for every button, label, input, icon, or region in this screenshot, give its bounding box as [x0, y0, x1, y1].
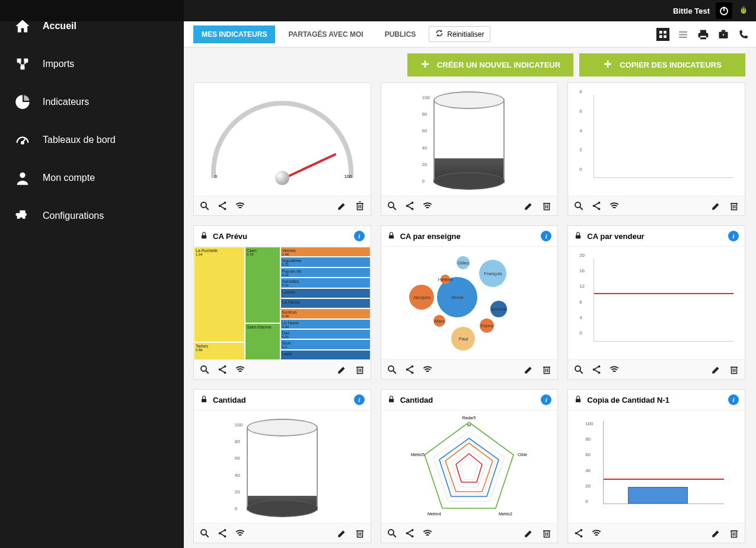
- info-icon[interactable]: i: [354, 231, 365, 241]
- svg-point-100: [201, 530, 206, 535]
- svg-line-12: [23, 63, 26, 66]
- svg-rect-59: [731, 203, 736, 210]
- trash-icon[interactable]: [728, 527, 740, 539]
- svg-line-58: [595, 206, 598, 209]
- edit-icon[interactable]: [710, 527, 722, 539]
- reset-button[interactable]: Réinitialiser: [429, 26, 490, 42]
- svg-rect-36: [357, 203, 362, 210]
- svg-rect-144: [731, 531, 736, 537]
- trash-icon[interactable]: [541, 200, 553, 212]
- svg-point-5: [744, 8, 745, 9]
- edit-icon[interactable]: [523, 364, 535, 375]
- svg-text:Cible: Cible: [518, 453, 527, 457]
- trash-icon[interactable]: [541, 364, 553, 375]
- svg-line-142: [577, 531, 580, 533]
- zoom-icon[interactable]: [386, 364, 398, 375]
- zoom-icon[interactable]: [386, 200, 398, 212]
- print-icon[interactable]: [697, 28, 710, 41]
- lock-icon: [200, 395, 208, 405]
- power-button[interactable]: [716, 2, 732, 19]
- share-icon[interactable]: [591, 364, 602, 375]
- svg-text:54: 54: [467, 423, 471, 427]
- svg-rect-71: [357, 367, 362, 374]
- tab-mes-indicateurs[interactable]: MES INDICATEURS: [193, 26, 275, 43]
- info-icon[interactable]: i: [728, 394, 739, 405]
- create-indicator-button[interactable]: CRÉER UN NOUVEL INDICATEUR: [407, 53, 573, 77]
- wifi-icon[interactable]: [234, 200, 246, 212]
- sidebar-item-configurations[interactable]: Configurations: [0, 197, 184, 235]
- wifi-icon[interactable]: [422, 364, 433, 375]
- edit-icon[interactable]: [336, 200, 348, 212]
- copy-indicators-button[interactable]: COPIER DES INDICATEURS: [579, 53, 745, 77]
- zoom-icon[interactable]: [386, 527, 398, 539]
- edit-icon[interactable]: [336, 527, 348, 539]
- share-icon[interactable]: [404, 200, 416, 212]
- share-icon[interactable]: [404, 527, 416, 539]
- tab-publics[interactable]: PUBLICS: [377, 26, 425, 43]
- bug-icon[interactable]: [738, 5, 749, 17]
- tab-partages[interactable]: PARTAGÉS AVEC MOI: [280, 26, 371, 43]
- card-title: Cantidad: [400, 396, 537, 404]
- sidebar-item-imports[interactable]: Imports: [0, 45, 184, 83]
- info-icon[interactable]: i: [541, 394, 551, 405]
- trash-icon[interactable]: [728, 200, 740, 212]
- briefcase-icon[interactable]: [717, 28, 730, 41]
- share-icon[interactable]: [216, 200, 228, 212]
- edit-icon[interactable]: [523, 200, 535, 212]
- sidebar-item-label: Accueil: [43, 21, 76, 31]
- trash-icon[interactable]: [728, 364, 740, 375]
- info-icon[interactable]: i: [354, 394, 365, 405]
- wifi-icon[interactable]: [422, 200, 433, 212]
- svg-line-143: [577, 534, 580, 536]
- edit-icon[interactable]: [710, 364, 722, 375]
- phone-icon[interactable]: [737, 28, 750, 41]
- svg-point-76: [388, 366, 394, 371]
- sidebar-item-label: Indicateurs: [43, 97, 89, 107]
- sidebar-item-tableaux[interactable]: Tableaux de bord: [0, 121, 184, 159]
- wifi-icon[interactable]: [608, 200, 620, 212]
- sidebar-item-compte[interactable]: Mon compte: [0, 159, 184, 197]
- zoom-icon[interactable]: [573, 200, 585, 212]
- info-icon[interactable]: i: [728, 231, 739, 241]
- svg-rect-111: [389, 399, 394, 402]
- share-icon[interactable]: [216, 364, 228, 375]
- sidebar-item-accueil[interactable]: Accueil: [0, 7, 184, 45]
- zoom-icon[interactable]: [199, 527, 210, 539]
- zoom-icon[interactable]: [199, 200, 210, 212]
- indicator-card: Cantidad i 100806040200: [193, 389, 371, 543]
- edit-icon[interactable]: [523, 527, 535, 539]
- share-icon[interactable]: [404, 364, 416, 375]
- plus-icon: [603, 59, 613, 71]
- indicator-card: Cantidad i Radar5 54 Cible Metric2: [381, 389, 559, 543]
- svg-point-4: [742, 8, 743, 9]
- svg-rect-22: [679, 36, 687, 37]
- svg-point-64: [201, 366, 206, 371]
- trash-icon[interactable]: [541, 527, 553, 539]
- share-icon[interactable]: [573, 527, 585, 539]
- wifi-icon[interactable]: [234, 364, 246, 375]
- wifi-icon[interactable]: [608, 364, 620, 375]
- edit-icon[interactable]: [710, 200, 722, 212]
- edit-icon[interactable]: [336, 364, 348, 375]
- zoom-icon[interactable]: [573, 364, 585, 375]
- view-list-icon[interactable]: [677, 28, 690, 41]
- sidebar-item-indicateurs[interactable]: Indicateurs: [0, 83, 184, 121]
- svg-rect-28: [604, 63, 611, 65]
- svg-line-128: [393, 534, 396, 537]
- trash-icon[interactable]: [354, 527, 366, 539]
- lock-icon: [574, 231, 582, 241]
- svg-line-53: [580, 207, 583, 210]
- sidebar-item-label: Configurations: [43, 211, 104, 221]
- zoom-icon[interactable]: [199, 364, 210, 375]
- trash-icon[interactable]: [354, 200, 366, 212]
- wifi-icon[interactable]: [591, 527, 602, 539]
- wifi-icon[interactable]: [422, 527, 433, 539]
- share-icon[interactable]: [216, 527, 228, 539]
- svg-rect-19: [664, 35, 666, 38]
- wifi-icon[interactable]: [234, 527, 246, 539]
- trash-icon[interactable]: [354, 364, 366, 375]
- share-icon[interactable]: [591, 200, 602, 212]
- view-grid-icon[interactable]: [656, 28, 669, 41]
- info-icon[interactable]: i: [541, 231, 551, 241]
- svg-line-35: [221, 206, 224, 209]
